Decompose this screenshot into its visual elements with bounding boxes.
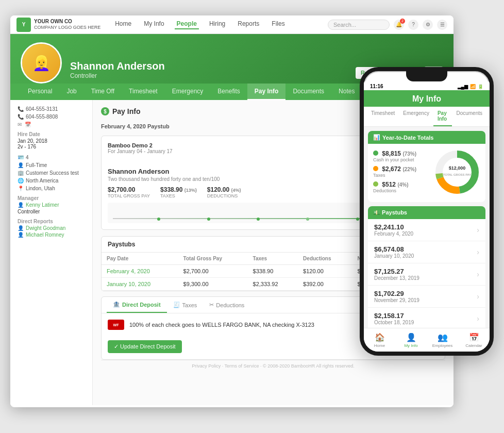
ytd-pocket-value: $8,815 (73%) (373, 150, 428, 157)
tab-emergency[interactable]: Emergency (165, 84, 211, 100)
phone-notch (406, 71, 447, 81)
sidebar-email-icon[interactable]: ✉ (18, 122, 22, 127)
home-icon: 🏠 (375, 332, 385, 342)
paystub-company: Bamboo Demo 2 (108, 142, 173, 148)
phone-nav-home[interactable]: 🏠 Home (364, 328, 395, 352)
direct-reports-label: Direct Reports (18, 219, 85, 224)
phone-title: My Info (371, 94, 482, 104)
phone-nav-calendar[interactable]: 📅 Calendar (458, 328, 490, 352)
row1-date[interactable]: February 4, 2020 (102, 265, 178, 278)
chevron-right-icon: › (477, 226, 479, 234)
paystubs-title: Paystubs (108, 241, 135, 248)
wifi-icon: 📶 (470, 84, 476, 89)
profile-info: Shannon Anderson Controller (70, 60, 347, 84)
phone-tab-timesheet[interactable]: Timesheet (367, 107, 399, 126)
tab-job[interactable]: Job (59, 84, 83, 100)
tab-benefits[interactable]: Benefits (210, 84, 247, 100)
ytd-icon: 📊 (373, 134, 380, 141)
employees-icon: 👥 (438, 332, 448, 342)
phone-content: 📊 Year-to-Date Totals $8,815 (73%) Cash … (364, 127, 490, 336)
col-deductions: Deductions (298, 253, 352, 265)
phone-nav-employees[interactable]: 👥 Employees (427, 328, 458, 352)
tab-pay-info[interactable]: Pay Info (247, 84, 286, 100)
hire-date-value: Jan 20, 2018 (18, 138, 85, 144)
phone-paystub-item-3[interactable]: $7,125.27 December 13, 2019 › (368, 263, 485, 286)
tab-timesheet[interactable]: Timesheet (122, 84, 165, 100)
sidebar-phone2: 📞 604-555-8808 (18, 114, 85, 120)
profile-title: Controller (70, 72, 347, 79)
sidebar-region: 🌐 North America (18, 178, 85, 184)
ytd-taxes: $2,672 (22%) Taxes (373, 165, 428, 178)
ytd-taxes-label: Taxes (373, 173, 428, 178)
sidebar-id: 🪪 4 (18, 155, 85, 160)
ytd-chart-area: $8,815 (73%) Cash in your pocket $2,672 … (368, 144, 485, 202)
phone-nav-myinfo[interactable]: 👤 My Info (395, 328, 427, 352)
phone-tab-emergency[interactable]: Emergency (399, 107, 433, 126)
dd-text: 100% of each check goes to WELLS FARGO B… (129, 322, 314, 328)
phone-paystub-item-1[interactable]: $2,241.10 February 4, 2020 › (368, 219, 485, 241)
sidebar-report-1[interactable]: 👤 Dwight Goodman (18, 225, 85, 231)
phone-paystubs-section: 💵 Paystubs $2,241.10 February 4, 2020 › … (368, 206, 485, 336)
row2-taxes: $2,333.92 (248, 278, 298, 291)
tab-notes[interactable]: Notes (331, 84, 362, 100)
row1-deductions: $120.00 (298, 265, 352, 278)
nav-hiring[interactable]: Hiring (207, 20, 227, 29)
sidebar-manager-name[interactable]: 👤 Kenny Latimer (18, 202, 85, 208)
row2-deductions: $392.00 (298, 278, 352, 291)
tab-deductions[interactable]: ✂ Deductions (203, 297, 250, 313)
manager-label: Manager (18, 195, 85, 201)
col-gross: Total Gross Pay (178, 253, 248, 265)
tab-time-off[interactable]: Time Off (84, 84, 122, 100)
battery-icon: 🔋 (478, 84, 483, 89)
mobile-phone: 11:16 ▂▄▆ 📶 🔋 My Info Timesheet Emergenc… (360, 67, 494, 356)
phone-status-bar: 11:16 ▂▄▆ 📶 🔋 (364, 81, 490, 90)
signal-icon: ▂▄▆ (458, 84, 468, 89)
row1-taxes: $338.90 (248, 265, 298, 278)
question-icon[interactable]: ? (408, 20, 418, 30)
calendar-icon: 📅 (469, 332, 479, 342)
ytd-pocket: $8,815 (73%) Cash in your pocket (373, 150, 428, 162)
user-menu-icon[interactable]: ☰ (437, 20, 447, 30)
donut-chart: $12,000 TOTAL GROSS PAY (434, 149, 480, 197)
nav-right: Search... 🔔2 ? ⚙ ☰ (328, 20, 447, 30)
notification-icon[interactable]: 🔔2 (394, 20, 404, 30)
phone-tab-payinfo[interactable]: Pay Info (433, 107, 452, 126)
sidebar-report-2[interactable]: 👤 Michael Romney (18, 232, 85, 238)
sidebar-type: 👤 Full-Time (18, 162, 85, 168)
nav-myinfo[interactable]: My Info (142, 20, 166, 29)
phone-paystub-item-2[interactable]: $6,574.08 January 10, 2020 › (368, 241, 485, 263)
row2-gross: $9,300.00 (178, 278, 248, 291)
phone-bottom-nav: 🏠 Home 👤 My Info 👥 Employees 📅 Calendar (364, 328, 490, 352)
chevron-right-icon: › (477, 314, 479, 323)
phone-paystub-item-4[interactable]: $1,702.29 November 29, 2019 › (368, 286, 485, 308)
phone-tab-documents[interactable]: Documents (452, 107, 486, 126)
tab-taxes[interactable]: 🧾 Taxes (167, 297, 204, 313)
phone-ytd-header: 📊 Year-to-Date Totals (368, 131, 485, 144)
tab-direct-deposit[interactable]: 🏦 Direct Deposit (107, 297, 167, 313)
sidebar-dept: 🏢 Customer Success test (18, 170, 85, 176)
sidebar: 📞 604-555-3131 📞 604-555-8808 ✉ 📅 Hire D… (10, 100, 93, 405)
sidebar-location: 📍 Lindon, Utah (18, 186, 85, 191)
footer: Privacy Policy · Terms of Service · © 20… (101, 360, 445, 372)
update-dd-button[interactable]: ✓ Update Direct Deposit (108, 340, 182, 353)
tab-personal[interactable]: Personal (21, 84, 59, 100)
phone-screen: 11:16 ▂▄▆ 📶 🔋 My Info Timesheet Emergenc… (364, 81, 490, 356)
nav-files[interactable]: Files (270, 20, 287, 29)
col-taxes: Taxes (248, 253, 298, 265)
phone-paystub-item-5[interactable]: $2,158.17 October 18, 2019 › (368, 308, 485, 330)
pay-info-icon: $ (101, 107, 109, 115)
nav-reports[interactable]: Reports (236, 20, 261, 29)
avatar-image: 👱‍♀️ (22, 44, 60, 82)
nav-home[interactable]: Home (113, 20, 133, 29)
settings-icon[interactable]: ⚙ (423, 20, 433, 30)
tab-documents[interactable]: Documents (285, 84, 331, 100)
row2-date[interactable]: January 10, 2020 (102, 278, 178, 291)
nav-people[interactable]: People (175, 20, 199, 29)
search-box[interactable]: Search... (328, 20, 390, 30)
chevron-right-icon: › (477, 270, 479, 278)
figure-gross: $2,700.00 TOTAL GROSS PAY (108, 186, 150, 198)
sidebar-calendar-icon[interactable]: 📅 (25, 122, 31, 127)
person-icon: 👤 (406, 332, 416, 342)
hire-info: 2v - 176 (18, 144, 85, 149)
ytd-items: $8,815 (73%) Cash in your pocket $2,672 … (373, 150, 428, 196)
